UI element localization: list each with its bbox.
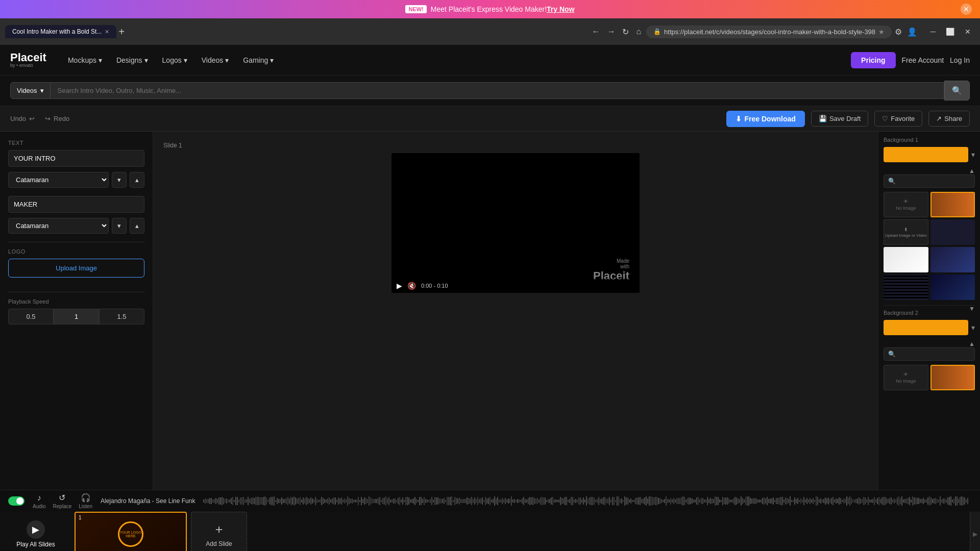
save-icon: 💾 [819,115,827,122]
bg1-color-swatch[interactable] [884,147,968,162]
divider [8,242,144,242]
audio-ctrl-audio[interactable]: ♪ Audio [33,493,46,509]
scroll-up-icon[interactable]: ▲ [969,167,975,174]
maximize-button[interactable]: ⬜ [942,27,959,37]
share-button[interactable]: ↗ Share [928,111,970,127]
bg2-no-image[interactable]: 👁 No Image [884,365,928,390]
slide-number: 1 [79,515,82,520]
chevron-down-icon: ▾ [225,56,229,64]
playback-speeds: 0.5 1 1.5 [8,309,144,324]
bg2-thumb-1[interactable] [930,365,975,390]
search-section: Videos ▾ 🔍 [0,76,980,106]
nav-gaming[interactable]: Gaming ▾ [237,52,280,68]
plus-icon: ＋ [213,521,225,537]
maker-font-select[interactable]: Catamaran [8,218,109,234]
banner-close-button[interactable]: ✕ [961,4,972,15]
add-slide-label: Add Slide [206,540,232,547]
bg2-title: Background 2 [884,310,975,316]
back-button[interactable]: ← [590,25,602,38]
search-button[interactable]: 🔍 [944,81,970,101]
maker-font-size-up[interactable]: ▴ [130,218,144,234]
panel-divider [884,305,975,306]
chevron-down-icon: ▾ [99,56,102,64]
play-button[interactable]: ▶ [397,282,402,290]
audio-label: Audio [33,504,46,509]
search-category-dropdown[interactable]: Videos ▾ [10,82,51,99]
intro-font-select[interactable]: Catamaran [8,172,109,188]
new-tab-button[interactable]: + [118,26,125,38]
banner-link[interactable]: Try Now [547,5,574,13]
watermark-with: with [620,264,629,269]
bg1-upload-button[interactable]: ⬆ Upload Image or Video [884,219,928,245]
tab-bar: Cool Intro Maker with a Bold St... ✕ + [5,25,585,38]
bg1-chevron-icon[interactable]: ▾ [971,151,975,159]
speed-1-5-button[interactable]: 1.5 [99,309,144,324]
minimize-button[interactable]: ─ [926,27,940,37]
speed-1-button[interactable]: 1 [54,309,99,324]
play-all-slides-button[interactable]: ▶ Play All Slides [0,512,71,551]
audio-ctrl-listen[interactable]: 🎧 Listen [79,493,92,509]
mute-button[interactable]: 🔇 [407,282,416,290]
bg1-thumb-2[interactable] [930,219,975,245]
active-tab[interactable]: Cool Intro Maker with a Bold St... ✕ [5,25,116,38]
profile-icon[interactable]: 👤 [907,27,917,37]
new-badge: NEW! [405,5,426,13]
intro-font-size-up[interactable]: ▴ [130,172,144,188]
bg1-search-input[interactable] [884,174,975,188]
intro-text-input[interactable] [8,150,144,167]
bg1-thumb-1[interactable] [930,192,975,217]
pricing-button[interactable]: Pricing [851,52,895,68]
bg1-thumb-6[interactable] [930,274,975,300]
nav-logos[interactable]: Logos ▾ [156,52,193,68]
audio-toggle[interactable] [8,496,24,506]
forward-button[interactable]: → [605,25,617,38]
home-button[interactable]: ⌂ [634,25,643,38]
bg1-no-image[interactable]: 👁 No Image [884,192,928,217]
audio-ctrl-replace[interactable]: ↺ Replace [53,493,72,509]
bg1-thumb-4[interactable] [930,247,975,272]
undo-button[interactable]: Undo ↩ [10,115,35,122]
window-controls: ─ ⬜ ✕ [926,27,975,37]
close-button[interactable]: ✕ [961,27,975,37]
bg2-color-swatch[interactable] [884,320,968,335]
bottom-section: ♪ Audio ↺ Replace 🎧 Listen Alejandro Mag… [0,490,980,551]
bg1-thumb-3[interactable] [884,247,928,272]
intro-font-size-down[interactable]: ▾ [112,172,127,188]
bg1-thumb-5[interactable] [884,274,928,300]
tab-close-icon[interactable]: ✕ [105,29,109,35]
redo-button[interactable]: ↪ Redo [45,115,69,122]
chevron-down-icon: ▾ [184,56,187,64]
time-display: 0:00 - 0:10 [421,283,448,289]
bg1-images-grid: 👁 No Image ⬆ Upload Image or Video [884,192,975,300]
nav-designs[interactable]: Designs ▾ [110,52,154,68]
bg2-chevron-icon[interactable]: ▾ [971,323,975,332]
slide-1-thumbnail[interactable]: 1 YOUR LOGO HERE [75,512,187,551]
play-all-label: Play All Slides [16,541,55,548]
bg2-search-input[interactable] [884,347,975,361]
extensions-icon[interactable]: ⚙ [895,27,902,37]
address-bar[interactable]: 🔒 https://placeit.net/c/videos/stages/co… [646,26,892,38]
bg1-title: Background 1 [884,137,975,143]
refresh-button[interactable]: ↻ [620,25,631,39]
save-draft-button[interactable]: 💾 Save Draft [811,111,868,127]
add-slide-button[interactable]: ＋ Add Slide [191,512,247,551]
search-input[interactable] [51,82,944,99]
scroll-up-2-icon[interactable]: ▲ [969,340,975,347]
undo-label: Undo [10,115,26,122]
listen-label: Listen [79,504,92,509]
maker-text-input[interactable] [8,196,144,213]
favorite-button[interactable]: ♡ Favorite [874,111,922,127]
speed-0-5-button[interactable]: 0.5 [8,309,54,324]
login-button[interactable]: Log In [950,56,970,64]
timeline-scroll-indicator[interactable]: ▶ [970,512,980,551]
video-controls: ▶ 🔇 0:00 - 0:10 [391,279,640,293]
upload-image-button[interactable]: Upload Image [8,259,144,278]
nav-videos[interactable]: Videos ▾ [195,52,235,68]
free-download-button[interactable]: ⬇ Free Download [726,111,805,127]
browser-chrome: Cool Intro Maker with a Bold St... ✕ + ←… [0,18,980,45]
free-account-button[interactable]: Free Account [902,56,944,64]
nav-mockups[interactable]: Mockups ▾ [62,52,108,68]
upload-icon: ⬆ [904,227,908,232]
maker-font-size-down[interactable]: ▾ [112,218,127,234]
share-icon: ↗ [936,115,942,122]
